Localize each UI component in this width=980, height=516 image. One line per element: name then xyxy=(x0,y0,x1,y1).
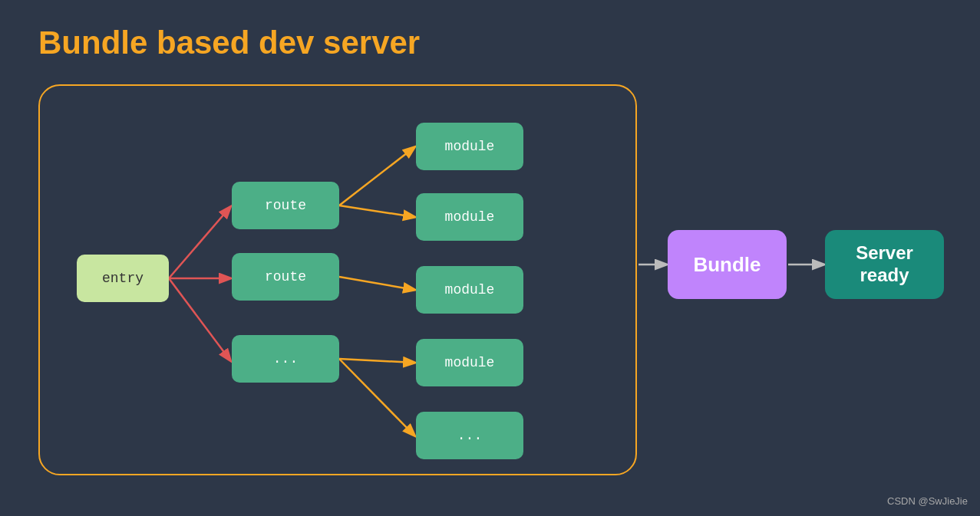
svg-line-7 xyxy=(339,359,414,435)
server-ready-node: Server ready xyxy=(825,230,944,299)
dots2-node: ... xyxy=(416,412,523,459)
entry-node: entry xyxy=(77,255,169,302)
dots1-node: ... xyxy=(232,335,339,383)
module4-node: module xyxy=(416,339,523,386)
svg-line-0 xyxy=(169,207,230,278)
svg-line-3 xyxy=(339,147,414,205)
svg-line-2 xyxy=(169,278,230,360)
svg-line-5 xyxy=(339,277,414,290)
svg-line-6 xyxy=(339,359,414,363)
bundle-node: Bundle xyxy=(668,230,787,299)
route1-node: route xyxy=(232,182,339,229)
module3-node: module xyxy=(416,266,523,314)
route2-node: route xyxy=(232,253,339,301)
module1-node: module xyxy=(416,123,523,170)
svg-line-4 xyxy=(339,205,414,217)
module2-node: module xyxy=(416,193,523,241)
diagram-container: entry route route ... module module modu… xyxy=(38,84,637,475)
page-title: Bundle based dev server xyxy=(38,25,420,61)
watermark: CSDN @SwJieJie xyxy=(887,495,968,507)
